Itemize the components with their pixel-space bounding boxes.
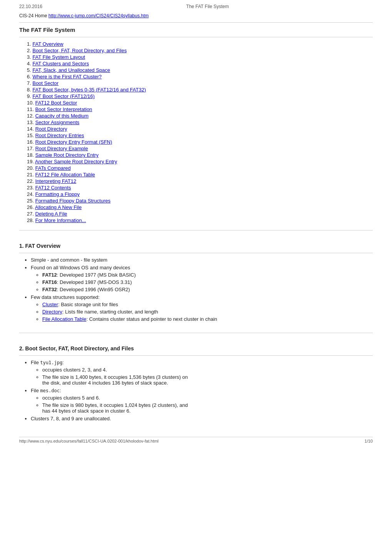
section1-bullets: Simple - and common - file system Found … (31, 257, 373, 322)
toc-item: 12. Capacity of this Medium (27, 113, 373, 119)
section-2-heading: 2. Boot Sector, FAT, Root Directory, and… (19, 345, 373, 352)
toc-link-5[interactable]: Where is the First FAT Cluster? (32, 74, 101, 80)
footer-bar: http://www.cs.nyu.edu/courses/fall11/CSC… (19, 437, 373, 443)
toc-num: 6. (27, 74, 31, 80)
toc-num: 11. (27, 106, 34, 112)
center-title: The FAT File System (186, 4, 229, 9)
toc-item: 8. FAT Boot Sector, bytes 0-35 (FAT12/16… (27, 87, 373, 93)
toc-num: 24. (27, 191, 34, 197)
toc-link-18[interactable]: Another Sample Root Directory Entry (35, 159, 117, 164)
tyu1-code: tyu1.jpg (40, 360, 63, 365)
section1-end-divider (19, 333, 373, 333)
section2-divider (19, 355, 373, 356)
toc-item: 4. FAT Clusters and Sectors (27, 61, 373, 66)
mes-code: mes.doc (40, 388, 60, 393)
section1-divider (19, 253, 373, 253)
toc-num: 21. (27, 172, 34, 177)
toc-link-12[interactable]: Sector Assignments (35, 119, 80, 125)
toc-item: 16. Root Directory Entry Format (SFN) (27, 139, 373, 145)
toc-item: 2. Boot Sector, FAT, Root Directory, and… (27, 48, 373, 53)
toc-num: 28. (27, 217, 34, 223)
toc-link-1[interactable]: Boot Sector, FAT, Root Directory, and Fi… (32, 48, 126, 53)
toc-link-10[interactable]: Boot Sector Interpretation (35, 106, 92, 112)
toc-item: 10. FAT12 Boot Sector (27, 100, 373, 106)
toc-num: 20. (27, 165, 34, 171)
toc-divider (19, 230, 373, 231)
file-mes: File mes.doc: occupies clusters 5 and 6.… (31, 388, 373, 414)
footer-url: http://www.cs.nyu.edu/courses/fall11/CSC… (19, 439, 159, 443)
toc-link-19[interactable]: FATs Compared (35, 165, 71, 171)
toc-item: 28. For More Information... (27, 217, 373, 223)
toc-num: 1. (27, 41, 31, 47)
unallocated: Clusters 7, 8, and 9 are unallocated. (31, 416, 373, 421)
toc-list: 1. FAT Overview2. Boot Sector, FAT, Root… (27, 41, 373, 223)
toc-item: 3. FAT File System Layout (27, 54, 373, 60)
toc-link-6[interactable]: Boot Sector (32, 80, 58, 86)
page-title: The FAT File System (19, 27, 373, 33)
toc-item: 9. FAT Boot Sector (FAT12/16) (27, 93, 373, 99)
fat16-item: FAT16: Developed 1987 (MS-DOS 3.31) (42, 279, 373, 285)
toc-link-14[interactable]: Root Directory Entries (35, 133, 84, 138)
section-1: 1. FAT Overview Simple - and common - fi… (19, 234, 373, 330)
toc-link-11[interactable]: Capacity of this Medium (35, 113, 89, 119)
toc-item: 25. Formatted Floppy Data Structures (27, 198, 373, 204)
toc-num: 13. (27, 119, 34, 125)
toc-num: 17. (27, 146, 34, 151)
toc-item: 1. FAT Overview (27, 41, 373, 47)
toc-item: 26. Allocating A New File (27, 204, 373, 210)
toc-num: 10. (27, 100, 34, 106)
toc-item: 19. Another Sample Root Directory Entry (27, 159, 373, 164)
cluster-item: Cluster: Basic storage unit for files (42, 302, 373, 307)
toc-num: 27. (27, 211, 34, 217)
toc-link-9[interactable]: FAT12 Boot Sector (35, 100, 77, 106)
toc-item: 22. Interpreting FAT12 (27, 178, 373, 184)
toc-link-24[interactable]: Formatted Floppy Data Structures (35, 198, 111, 204)
toc-item: 23. FAT12 Contents (27, 185, 373, 191)
mes-clusters: occupies clusters 5 and 6. (42, 395, 373, 401)
toc-link-26[interactable]: Deleting A File (35, 211, 67, 217)
toc-link-4[interactable]: FAT, Slack, and Unallocated Space (32, 67, 110, 73)
home-label: CIS-24 Home (19, 13, 47, 18)
toc-link-25[interactable]: Allocating A New File (35, 204, 81, 210)
toc-link-15[interactable]: Root Directory Entry Format (SFN) (35, 139, 112, 145)
toc-num: 14. (27, 126, 34, 132)
mes-sub: occupies clusters 5 and 6. The file size… (42, 395, 373, 414)
section-2: 2. Boot Sector, FAT, Root Directory, and… (19, 337, 373, 429)
toc-num: 22. (27, 178, 34, 184)
toc-link-20[interactable]: FAT12 File Allocation Table (35, 172, 95, 177)
toc-link-13[interactable]: Root Directory (35, 126, 67, 132)
toc-item: 18. Sample Root Directory Entry (27, 152, 373, 158)
toc-link-7[interactable]: FAT Boot Sector, bytes 0-35 (FAT12/16 an… (32, 87, 146, 93)
toc-num: 4. (27, 61, 31, 66)
toc-num: 19. (27, 159, 34, 164)
toc-item: 11. Boot Sector Interpretation (27, 106, 373, 112)
toc-item: 6. Where is the First FAT Cluster? (27, 74, 373, 80)
toc-item: 21. FAT12 File Allocation Table (27, 172, 373, 177)
toc-link-21[interactable]: Interpreting FAT12 (35, 178, 76, 184)
date-label: 22.10.2016 (19, 4, 42, 9)
toc-link-17[interactable]: Sample Root Directory Entry (35, 152, 99, 158)
toc-num: 15. (27, 133, 34, 138)
toc-link-16[interactable]: Root Directory Example (35, 146, 88, 151)
bullet-found: Found on all Windows OS and many devices… (31, 265, 373, 292)
toc-num: 18. (27, 152, 34, 158)
toc-link-2[interactable]: FAT File System Layout (32, 54, 85, 60)
directory-link[interactable]: Directory (42, 309, 62, 315)
top-divider (19, 22, 373, 23)
cluster-link[interactable]: Cluster (42, 302, 58, 307)
title-divider (19, 37, 373, 37)
fat-table-link[interactable]: File Allocation Table (42, 316, 86, 322)
toc-link-8[interactable]: FAT Boot Sector (FAT12/16) (32, 93, 95, 99)
toc-link-27[interactable]: For More Information... (35, 217, 86, 223)
toc-link-22[interactable]: FAT12 Contents (35, 185, 71, 191)
section-1-heading: 1. FAT Overview (19, 243, 373, 249)
toc-item: 14. Root Directory (27, 126, 373, 132)
toc-num: 8. (27, 87, 31, 93)
tyu1-clusters: occupies clusters 2, 3, and 4. (42, 367, 373, 373)
mes-size: The file size is 980 bytes, it occupies … (42, 402, 373, 414)
toc-link-23[interactable]: Formatting a Floppy (35, 191, 80, 197)
fat12-item: FAT12: Developed 1977 (MS Disk BASIC) (42, 272, 373, 278)
home-url-link[interactable]: http://www.c-jump.com/CIS24/CIS24syllabu… (48, 13, 149, 18)
toc-link-3[interactable]: FAT Clusters and Sectors (32, 61, 89, 66)
toc-link-0[interactable]: FAT Overview (32, 41, 63, 47)
